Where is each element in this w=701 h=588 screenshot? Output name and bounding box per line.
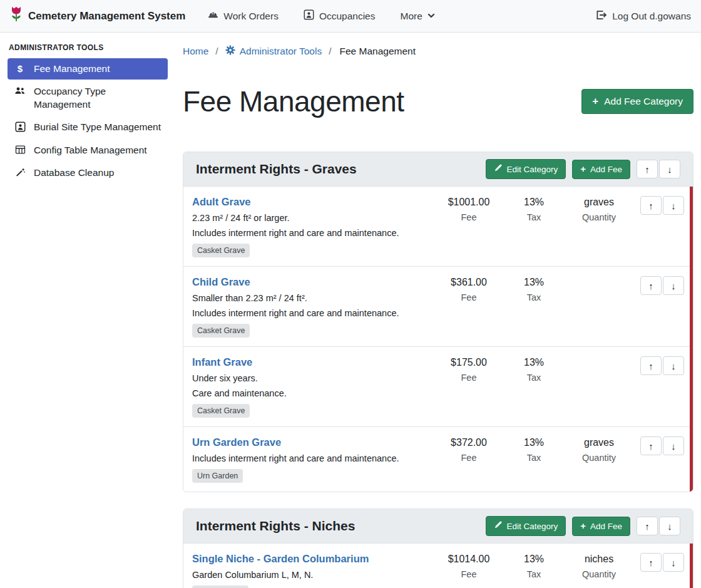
category-header: Interment Rights - Niches Edit Category … [183, 509, 693, 544]
chevron-down-icon [427, 11, 435, 22]
fee-name-link[interactable]: Single Niche - Garden Columbarium [192, 553, 369, 565]
fee-name-link[interactable]: Child Grave [192, 276, 250, 288]
fee-name-link[interactable]: Adult Grave [192, 196, 251, 208]
fee-description: Garden Columbarium L, M, N. [192, 570, 436, 580]
edit-category-label: Edit Category [506, 165, 558, 174]
fee-row-single-niche: Single Niche - Garden Columbarium Garden… [183, 544, 693, 588]
move-fee-up-button[interactable]: ↑ [640, 196, 662, 215]
cleanup-wand-icon [14, 167, 26, 177]
card-scrollbar[interactable] [690, 187, 693, 492]
fee-type-badge: Casket Grave [192, 404, 250, 418]
fee-tax: 13% [501, 277, 566, 288]
dollar-icon: $ [14, 63, 26, 75]
add-fee-label: Add Fee [590, 522, 622, 531]
fee-amount-label: Fee [436, 569, 501, 579]
nav-more-label: More [401, 11, 422, 22]
move-category-down-button[interactable]: ↓ [659, 160, 680, 178]
person-frame-icon [14, 121, 26, 132]
category-title: Interment Rights - Graves [196, 162, 486, 177]
gear-icon [225, 45, 235, 58]
fee-description: Care and maintenance. [192, 388, 436, 398]
category-header: Interment Rights - Graves Edit Category … [183, 152, 693, 187]
main-content: Home / Administrator Tools / Fee Managem… [175, 33, 701, 588]
person-frame-icon [304, 9, 314, 23]
fee-tax-label: Tax [501, 373, 566, 383]
category-body: Single Niche - Garden Columbarium Garden… [183, 544, 693, 588]
move-fee-down-button[interactable]: ↓ [663, 436, 684, 455]
fee-tax: 13% [501, 437, 566, 448]
edit-category-button[interactable]: Edit Category [486, 159, 566, 179]
fee-tax-label: Tax [501, 292, 566, 302]
edit-category-button[interactable]: Edit Category [486, 516, 566, 536]
sidebar-item-fee-management[interactable]: $ Fee Management [8, 58, 168, 80]
move-fee-up-button[interactable]: ↑ [640, 553, 662, 572]
fee-amount-label: Fee [436, 292, 501, 302]
fee-description: Includes interment right and care and ma… [192, 308, 436, 318]
move-fee-up-button[interactable]: ↑ [640, 356, 662, 375]
fee-row-child-grave: Child Grave Smaller than 2.23 m² / 24 ft… [183, 267, 693, 347]
nav-more[interactable]: More [401, 11, 435, 22]
sidebar-item-database-cleanup[interactable]: Database Cleanup [8, 162, 168, 183]
add-fee-category-button[interactable]: + Add Fee Category [581, 89, 693, 114]
fee-quantity-empty [566, 276, 632, 277]
fee-type-badge: Urn Garden [192, 469, 243, 483]
admin-sidebar: Administrator Tools $ Fee Management Occ… [0, 33, 175, 588]
breadcrumb: Home / Administrator Tools / Fee Managem… [183, 45, 693, 58]
sidebar-heading: Administrator Tools [0, 35, 175, 57]
breadcrumb-separator: / [215, 46, 218, 57]
fee-description: Includes interment right and care and ma… [192, 453, 436, 463]
add-fee-button[interactable]: + Add Fee [572, 517, 630, 536]
nav-logout[interactable]: Log Out d.gowans [595, 9, 691, 23]
fee-amount: $175.00 [436, 357, 501, 368]
app-title: Cemetery Management System [28, 10, 185, 23]
table-icon [14, 145, 26, 155]
fee-amount: $1001.00 [436, 197, 501, 208]
sidebar-item-occupancy-type-management[interactable]: Occupancy Type Management [8, 81, 168, 115]
fee-amount: $361.00 [436, 277, 501, 288]
logout-icon [595, 9, 606, 23]
top-navbar: Cemetery Management System Work Orders O… [0, 0, 701, 33]
fee-description: Smaller than 2.23 m² / 24 ft². [192, 293, 436, 303]
nav-occupancies[interactable]: Occupancies [304, 9, 376, 23]
sidebar-item-burial-site-type-management[interactable]: Burial Site Type Management [8, 116, 168, 138]
card-scrollbar[interactable] [690, 544, 693, 588]
nav-logout-label: Log Out d.gowans [612, 11, 691, 22]
fee-name-link[interactable]: Urn Garden Grave [192, 436, 281, 448]
fee-row-infant-grave: Infant Grave Under six years. Care and m… [183, 347, 693, 427]
plus-icon: + [580, 165, 586, 173]
fee-tax: 13% [501, 197, 566, 208]
move-category-down-button[interactable]: ↓ [659, 517, 680, 535]
fee-quantity-label: Quantity [566, 569, 632, 579]
people-icon [14, 86, 26, 96]
add-fee-button[interactable]: + Add Fee [572, 160, 630, 179]
fee-quantity: graves [566, 197, 632, 208]
edit-category-label: Edit Category [506, 522, 558, 531]
move-fee-down-button[interactable]: ↓ [663, 356, 684, 375]
fee-amount-label: Fee [436, 453, 501, 463]
move-fee-up-button[interactable]: ↑ [640, 436, 662, 455]
fee-description: Includes interment right and care and ma… [192, 228, 436, 238]
move-fee-up-button[interactable]: ↑ [640, 276, 662, 295]
fee-name-link[interactable]: Infant Grave [192, 356, 252, 368]
fee-type-badge: Columbarium [192, 585, 248, 588]
sidebar-item-config-table-management[interactable]: Config Table Management [8, 140, 168, 161]
fee-amount-label: Fee [436, 373, 501, 383]
nav-occupancies-label: Occupancies [319, 11, 376, 22]
move-fee-down-button[interactable]: ↓ [663, 276, 684, 295]
move-category-up-button[interactable]: ↑ [637, 160, 658, 178]
fee-tax: 13% [501, 357, 566, 368]
breadcrumb-admin-tools-link[interactable]: Administrator Tools [225, 45, 322, 58]
move-fee-down-button[interactable]: ↓ [663, 196, 684, 215]
fee-tax-label: Tax [501, 569, 566, 579]
fee-description: Under six years. [192, 373, 436, 383]
plus-icon: + [580, 522, 586, 530]
app-brand[interactable]: Cemetery Management System [10, 6, 185, 26]
nav-work-orders[interactable]: Work Orders [208, 9, 279, 23]
hard-hat-icon [208, 9, 218, 23]
fee-tax: 13% [501, 554, 566, 565]
fee-quantity-label: Quantity [566, 453, 632, 463]
move-fee-down-button[interactable]: ↓ [663, 553, 684, 572]
main-nav: Work Orders Occupancies More [208, 9, 595, 23]
move-category-up-button[interactable]: ↑ [637, 517, 658, 535]
breadcrumb-home-link[interactable]: Home [183, 46, 208, 57]
